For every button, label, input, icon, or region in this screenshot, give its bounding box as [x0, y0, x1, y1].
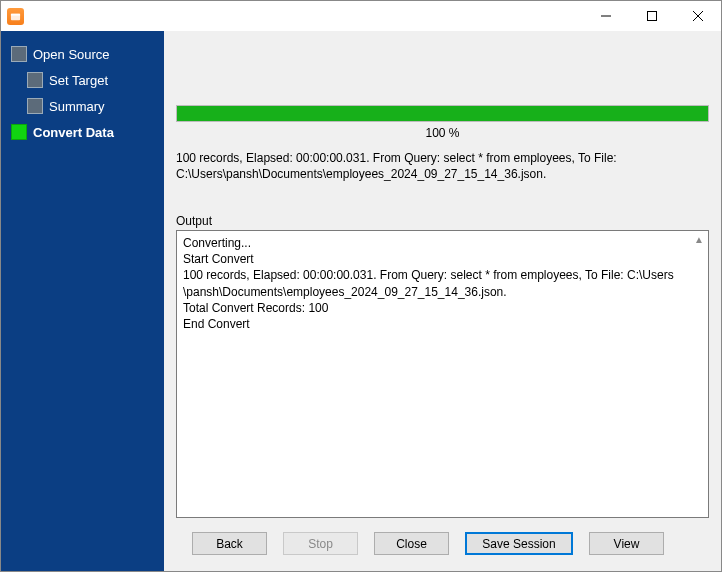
app-window: Open Source Set Target Summary Convert D… — [0, 0, 722, 572]
svg-rect-1 — [11, 13, 20, 15]
nav-label: Convert Data — [33, 125, 114, 140]
progress-bar — [176, 105, 709, 122]
step-active-icon — [11, 124, 27, 140]
close-window-button[interactable] — [675, 1, 721, 31]
button-bar: Back Stop Close Save Session View — [176, 518, 709, 563]
main-panel: 100 % 100 records, Elapsed: 00:00:00.031… — [164, 31, 721, 571]
step-icon — [27, 98, 43, 114]
nav-open-source[interactable]: Open Source — [1, 41, 164, 67]
stop-button: Stop — [283, 532, 358, 555]
nav-convert-data[interactable]: Convert Data — [1, 119, 164, 145]
body: Open Source Set Target Summary Convert D… — [1, 31, 721, 571]
save-session-button[interactable]: Save Session — [465, 532, 573, 555]
output-label: Output — [176, 214, 709, 228]
titlebar — [1, 1, 721, 31]
conversion-summary: 100 records, Elapsed: 00:00:00.031. From… — [176, 150, 709, 184]
nav-label: Summary — [49, 99, 105, 114]
spacer — [176, 41, 709, 105]
scroll-up-icon[interactable]: ▲ — [694, 233, 704, 247]
step-icon — [27, 72, 43, 88]
output-line: Converting... — [183, 235, 702, 251]
maximize-button[interactable] — [629, 1, 675, 31]
output-textarea[interactable]: ▲ Converting... Start Convert 100 record… — [176, 230, 709, 518]
close-button[interactable]: Close — [374, 532, 449, 555]
output-line: 100 records, Elapsed: 00:00:00.031. From… — [183, 267, 702, 283]
app-icon — [7, 8, 24, 25]
back-button[interactable]: Back — [192, 532, 267, 555]
window-controls — [583, 1, 721, 31]
minimize-button[interactable] — [583, 1, 629, 31]
output-line: \pansh\Documents\employees_2024_09_27_15… — [183, 284, 702, 300]
summary-line: C:\Users\pansh\Documents\employees_2024_… — [176, 166, 709, 182]
nav-set-target[interactable]: Set Target — [1, 67, 164, 93]
summary-line: 100 records, Elapsed: 00:00:00.031. From… — [176, 150, 709, 166]
progress-percent: 100 % — [176, 126, 709, 140]
nav-label: Set Target — [49, 73, 108, 88]
output-line: Start Convert — [183, 251, 702, 267]
view-button[interactable]: View — [589, 532, 664, 555]
wizard-sidebar: Open Source Set Target Summary Convert D… — [1, 31, 164, 571]
progress-fill — [177, 106, 708, 121]
output-line: End Convert — [183, 316, 702, 332]
step-icon — [11, 46, 27, 62]
nav-label: Open Source — [33, 47, 110, 62]
svg-rect-3 — [648, 12, 657, 21]
nav-summary[interactable]: Summary — [1, 93, 164, 119]
output-line: Total Convert Records: 100 — [183, 300, 702, 316]
